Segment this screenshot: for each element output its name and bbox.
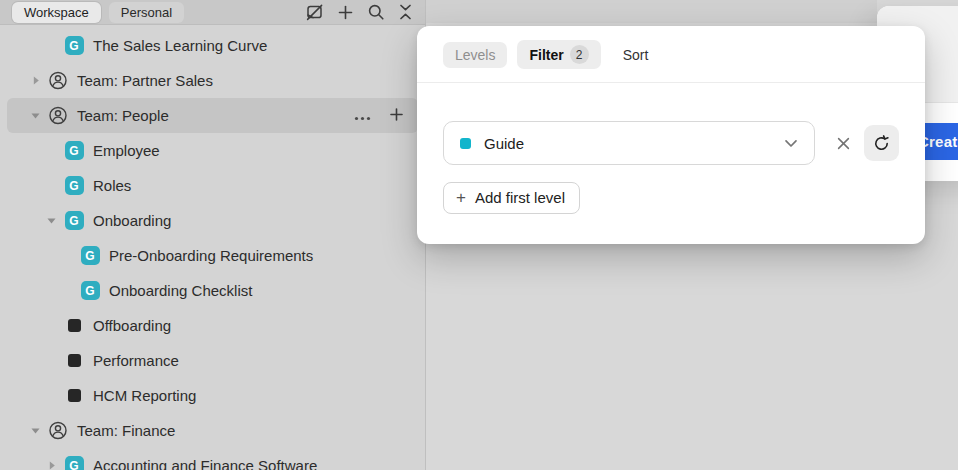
doc-square-icon [68, 389, 81, 402]
filter-type-select[interactable]: Guide [443, 121, 815, 165]
tree-row-label: Team: People [77, 107, 169, 124]
tree-row-onboarding[interactable]: GOnboarding [7, 203, 418, 238]
tree-row-label: Roles [93, 177, 131, 194]
doc-icon [64, 316, 84, 336]
filter-popover: Levels Filter 2 Sort Guide [417, 26, 925, 244]
plus-icon: + [456, 189, 466, 206]
tree-row-label: Team: Finance [77, 422, 175, 439]
tree-row-employee[interactable]: GEmployee [7, 133, 418, 168]
guide-badge: G [65, 176, 84, 195]
add-doc-icon[interactable] [389, 107, 404, 125]
doc-icon [64, 351, 84, 371]
popover-header: Levels Filter 2 Sort [417, 26, 925, 83]
tree-row-offboarding[interactable]: Offboarding [7, 308, 418, 343]
guide-color-dot [460, 138, 471, 149]
main-top-strip [426, 0, 877, 23]
sidebar: Workspace Personal [0, 0, 426, 470]
team-icon [48, 106, 68, 126]
tab-filter-label: Filter [529, 47, 563, 63]
guide-badge: G [81, 281, 100, 300]
tree-row-accounting-and-finance-software[interactable]: GAccounting and Finance Software [7, 448, 418, 470]
tree-row-label: Pre-Onboarding Requirements [109, 247, 313, 264]
search-icon[interactable] [367, 3, 385, 21]
tab-personal[interactable]: Personal [109, 2, 184, 23]
tree-row-label: Accounting and Finance Software [93, 457, 317, 470]
tree-row-performance[interactable]: Performance [7, 343, 418, 378]
tree-row-pre-onboarding-requirements[interactable]: GPre-Onboarding Requirements [7, 238, 418, 273]
collapse-icon[interactable] [398, 3, 413, 21]
document-tree: GThe Sales Learning CurveTeam: Partner S… [0, 25, 425, 470]
add-first-level-button[interactable]: + Add first level [443, 182, 580, 214]
reset-filter-button[interactable] [864, 125, 899, 161]
guide-badge: G [65, 141, 84, 160]
tree-row-the-sales-learning-curve[interactable]: GThe Sales Learning Curve [7, 28, 418, 63]
tree-row-roles[interactable]: GRoles [7, 168, 418, 203]
guide-icon: G [80, 281, 100, 301]
guide-badge: G [65, 211, 84, 230]
team-icon [48, 71, 68, 91]
chevron-down-icon [784, 139, 798, 148]
tab-sort-label: Sort [623, 47, 649, 63]
sidebar-topbar: Workspace Personal [0, 0, 425, 25]
tree-row-team-people[interactable]: Team: People [7, 98, 418, 133]
plus-icon[interactable] [337, 4, 354, 21]
filter-selected-value: Guide [484, 135, 524, 152]
tree-row-label: Onboarding [93, 212, 171, 229]
tree-row-hcm-reporting[interactable]: HCM Reporting [7, 378, 418, 413]
tree-row-label: Team: Partner Sales [77, 72, 213, 89]
tree-row-label: The Sales Learning Curve [93, 37, 267, 54]
remove-filter-icon[interactable] [836, 136, 851, 151]
guide-icon: G [64, 141, 84, 161]
guide-icon: G [64, 211, 84, 231]
tree-row-label: Offboarding [93, 317, 171, 334]
tab-levels[interactable]: Levels [443, 42, 507, 68]
popover-content: Guide + Add first le [417, 83, 925, 214]
doc-square-icon [68, 354, 81, 367]
sidebar-toolbar [305, 3, 413, 22]
guide-icon: G [80, 246, 100, 266]
chevron-down-icon[interactable] [46, 215, 64, 226]
notifications-off-icon[interactable] [305, 3, 324, 22]
tab-sort[interactable]: Sort [611, 42, 661, 68]
guide-badge: G [81, 246, 100, 265]
team-icon [48, 421, 68, 441]
more-options-icon[interactable] [354, 107, 371, 124]
guide-badge: G [65, 456, 84, 470]
chevron-right-icon[interactable] [46, 460, 64, 470]
add-first-level-label: Add first level [475, 189, 565, 206]
tree-row-label: HCM Reporting [93, 387, 196, 404]
guide-icon: G [64, 456, 84, 470]
doc-square-icon [68, 319, 81, 332]
chevron-down-icon[interactable] [30, 110, 48, 121]
filter-count-badge: 2 [570, 45, 589, 64]
chevron-down-icon[interactable] [30, 425, 48, 436]
guide-icon: G [64, 36, 84, 56]
tab-filter[interactable]: Filter 2 [517, 40, 600, 69]
tree-row-label: Performance [93, 352, 179, 369]
tree-row-onboarding-checklist[interactable]: GOnboarding Checklist [7, 273, 418, 308]
filter-row: Guide [443, 121, 899, 165]
tab-levels-label: Levels [455, 47, 495, 63]
guide-badge: G [65, 36, 84, 55]
doc-icon [64, 386, 84, 406]
tree-row-label: Onboarding Checklist [109, 282, 252, 299]
tree-row-team-partner-sales[interactable]: Team: Partner Sales [7, 63, 418, 98]
chevron-right-icon[interactable] [30, 75, 48, 86]
guide-icon: G [64, 176, 84, 196]
tree-row-team-finance[interactable]: Team: Finance [7, 413, 418, 448]
tree-row-label: Employee [93, 142, 160, 159]
row-actions [354, 107, 418, 125]
tab-workspace[interactable]: Workspace [12, 2, 101, 23]
